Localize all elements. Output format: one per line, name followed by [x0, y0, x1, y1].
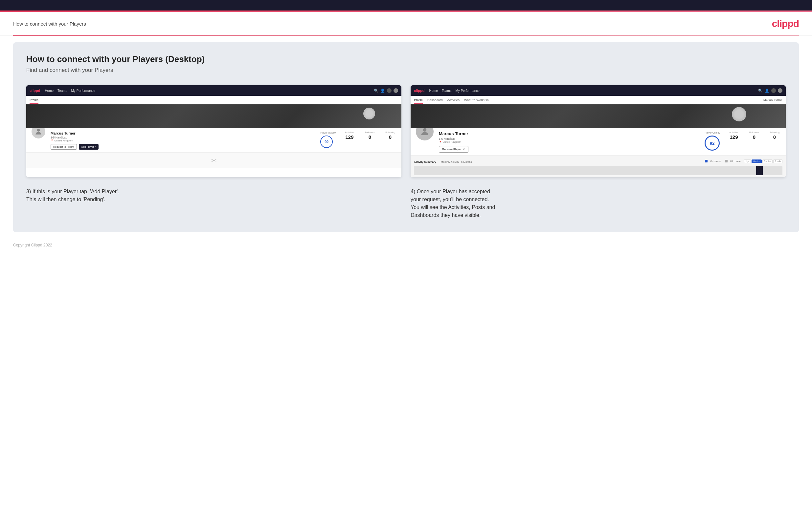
left-profile-name: Marcus Turner — [51, 131, 316, 135]
scissors-icon: ✂ — [211, 157, 217, 164]
right-profile-info: Marcus Turner 1-5 Handicap 📍 United King… — [439, 131, 700, 153]
right-stats: Player Quality 92 Activities 129 Followe… — [705, 131, 781, 151]
page-subtitle: Find and connect with your Players — [26, 67, 786, 73]
right-nav-logo: clippd — [414, 89, 424, 93]
caption-left: 3) If this is your Player tap, 'Add Play… — [26, 188, 401, 204]
settings-icon[interactable] — [387, 88, 392, 93]
left-quality-circle: 92 — [320, 135, 333, 148]
right-activities-label: Activities — [727, 131, 741, 133]
left-quality-block: Player Quality 92 — [320, 131, 336, 148]
time-1mth-button[interactable]: 1 mth — [773, 160, 782, 163]
right-golf-banner — [411, 104, 786, 128]
on-course-legend-dot — [705, 160, 708, 162]
right-following-value: 0 — [773, 134, 776, 140]
right-profile-handicap: 1-5 Handicap — [439, 137, 700, 140]
right-profile-name: Marcus Turner — [439, 131, 700, 136]
left-profile-info: Marcus Turner 1-5 Handicap 📍 United King… — [51, 131, 316, 150]
time-buttons: 1 yr 6 mths 3 mths 1 mth — [744, 160, 782, 163]
right-user-icon[interactable]: 👤 — [765, 89, 769, 93]
right-user-label: Marcus Turner — [763, 96, 782, 104]
header: How to connect with your Players clippd — [0, 12, 812, 36]
left-following-label: Following — [384, 131, 397, 133]
footer: Copyright Clippd 2022 — [0, 239, 812, 251]
on-course-legend-text: On course — [710, 160, 721, 162]
left-profile-section: Marcus Turner 1-5 Handicap 📍 United King… — [26, 128, 401, 152]
left-quality-label: Player Quality — [320, 131, 336, 134]
right-nav-teams[interactable]: Teams — [442, 89, 451, 93]
user-icon[interactable]: 👤 — [380, 89, 385, 93]
right-tabs: Profile Dashboard Activities What To Wor… — [411, 96, 786, 104]
activity-bar-header: Activity Summary Monthly Activity · 6 Mo… — [414, 158, 782, 164]
caption-left-col: 3) If this is your Player tap, 'Add Play… — [26, 188, 401, 219]
right-search-icon[interactable]: 🔍 — [758, 89, 763, 93]
time-1yr-button[interactable]: 1 yr — [744, 160, 751, 163]
right-profile-location: 📍 United Kingdom — [439, 140, 700, 144]
right-location-icon: 📍 — [439, 141, 442, 143]
left-stats: Player Quality 92 Activities 129 Followe… — [320, 131, 397, 148]
profile-icon[interactable] — [394, 88, 398, 93]
left-profile-location: 📍 United Kingdom — [51, 139, 316, 142]
page-title: How to connect with your Players (Deskto… — [26, 54, 786, 64]
tab-dashboard-right[interactable]: Dashboard — [427, 96, 443, 104]
right-followers-stat: Followers 0 — [748, 131, 761, 140]
header-title: How to connect with your Players — [13, 21, 86, 26]
legend-row: On course Off course — [705, 160, 741, 162]
top-bar — [0, 0, 812, 10]
left-profile-handicap: 1-5 Handicap — [51, 136, 316, 139]
right-settings-icon[interactable] — [771, 88, 776, 93]
tab-profile-left[interactable]: Profile — [30, 96, 39, 104]
caption-right: 4) Once your Player has acceptedyour req… — [411, 188, 786, 219]
left-golf-banner — [26, 104, 401, 128]
right-mini-nav: clippd Home Teams My Performance 🔍 👤 — [411, 85, 786, 96]
left-nav-performance[interactable]: My Performance — [71, 89, 95, 93]
tab-profile-right[interactable]: Profile — [414, 96, 423, 104]
right-profile-section: Marcus Turner 1-5 Handicap 📍 United King… — [411, 128, 786, 155]
add-player-button[interactable]: Add Player + — [79, 144, 99, 150]
right-tab-group: Profile Dashboard Activities What To Wor… — [414, 96, 489, 104]
left-profile-buttons: Request to Follow Add Player + — [51, 144, 316, 150]
svg-point-1 — [423, 128, 427, 131]
activity-chart — [414, 166, 782, 175]
search-icon[interactable]: 🔍 — [374, 89, 378, 93]
screenshots-row: clippd Home Teams My Performance 🔍 👤 Pro… — [26, 85, 786, 177]
right-following-stat: Following 0 — [768, 131, 781, 140]
remove-player-button[interactable]: Remove Player ✕ — [439, 146, 468, 153]
caption-right-col: 4) Once your Player has acceptedyour req… — [411, 188, 786, 219]
main-content: How to connect with your Players (Deskto… — [13, 42, 799, 232]
right-followers-value: 0 — [753, 134, 756, 140]
left-activities-stat: Activities 129 — [343, 131, 356, 140]
copyright-text: Copyright Clippd 2022 — [13, 243, 52, 247]
chart-bar-1 — [756, 166, 763, 175]
right-nav-home[interactable]: Home — [429, 89, 438, 93]
svg-point-0 — [37, 129, 40, 131]
remove-player-label: Remove Player — [442, 148, 461, 151]
remove-x-icon: ✕ — [462, 148, 465, 151]
left-followers-stat: Followers 0 — [363, 131, 376, 140]
clippd-logo: clippd — [772, 18, 799, 29]
left-activities-value: 129 — [345, 134, 353, 140]
left-nav-home[interactable]: Home — [45, 89, 54, 93]
left-mini-nav: clippd Home Teams My Performance 🔍 👤 — [26, 85, 401, 96]
right-nav-performance[interactable]: My Performance — [456, 89, 479, 93]
time-3mths-button[interactable]: 3 mths — [762, 160, 773, 163]
time-6mths-button[interactable]: 6 mths — [752, 160, 762, 163]
tab-activities-right[interactable]: Activities — [447, 96, 459, 104]
tab-whattoworkon-right[interactable]: What To Work On — [464, 96, 489, 104]
descriptions-row: 3) If this is your Player tap, 'Add Play… — [26, 188, 786, 219]
request-follow-button[interactable]: Request to Follow — [51, 144, 77, 150]
activity-title: Activity Summary — [414, 161, 436, 163]
activity-labels: Activity Summary Monthly Activity · 6 Mo… — [414, 158, 472, 164]
off-course-legend-text: Off course — [730, 160, 741, 162]
left-nav-icons: 🔍 👤 — [374, 88, 398, 93]
right-nav-links: Home Teams My Performance — [429, 89, 479, 93]
left-nav-teams[interactable]: Teams — [57, 89, 67, 93]
right-followers-label: Followers — [748, 131, 761, 133]
right-nav-icons: 🔍 👤 — [758, 88, 782, 93]
right-quality-circle: 92 — [705, 135, 720, 151]
left-followers-label: Followers — [363, 131, 376, 133]
left-following-stat: Following 0 — [384, 131, 397, 140]
right-profile-icon[interactable] — [778, 88, 782, 93]
header-divider — [13, 36, 799, 36]
left-activities-label: Activities — [343, 131, 356, 133]
screenshot-right: clippd Home Teams My Performance 🔍 👤 Pro… — [411, 85, 786, 177]
